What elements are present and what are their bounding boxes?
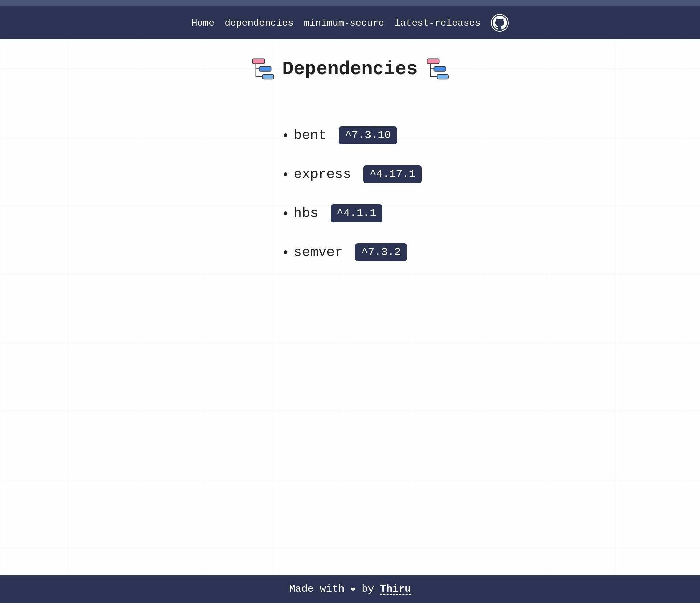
svg-rect-2 [259,67,271,71]
github-icon[interactable] [491,14,509,32]
version-badge: ^4.17.1 [363,165,421,183]
main-content: Dependencies bent ^7.3.10 express ^4.17.… [0,39,700,575]
dependency-name: bent [294,128,326,143]
heart-icon: ❤ [351,585,355,594]
nav-link-dependencies[interactable]: dependencies [225,18,294,28]
dependency-name: hbs [294,206,318,221]
nav-link-home[interactable]: Home [191,18,214,28]
version-badge: ^7.3.10 [339,126,397,144]
main-navbar: Home dependencies minimum-secure latest-… [0,6,700,39]
dependencies-list: bent ^7.3.10 express ^4.17.1 hbs ^4.1.1 … [278,126,421,282]
nav-link-latest-releases[interactable]: latest-releases [394,18,481,28]
svg-rect-4 [427,59,439,64]
list-item: bent ^7.3.10 [294,126,421,144]
version-badge: ^4.1.1 [331,204,382,222]
author-link[interactable]: Thiru [380,583,411,595]
tree-icon-left [250,56,275,82]
svg-rect-1 [252,59,264,64]
list-item: semver ^7.3.2 [294,243,421,261]
list-item: express ^4.17.1 [294,165,421,183]
list-item: hbs ^4.1.1 [294,204,421,222]
nav-link-minimum-secure[interactable]: minimum-secure [304,18,384,28]
svg-rect-6 [438,75,449,79]
svg-rect-3 [262,75,274,79]
dependency-name: express [294,167,351,182]
tree-icon-right [425,56,450,82]
svg-rect-5 [434,67,446,71]
page-title: Dependencies [282,58,418,80]
top-accent-bar [0,0,700,6]
dependency-name: semver [294,245,343,260]
footer-prefix: Made with [289,583,351,595]
title-row: Dependencies [250,56,450,82]
footer: Made with ❤ by Thiru [0,575,700,603]
footer-by: by [355,583,380,595]
version-badge: ^7.3.2 [355,243,407,261]
